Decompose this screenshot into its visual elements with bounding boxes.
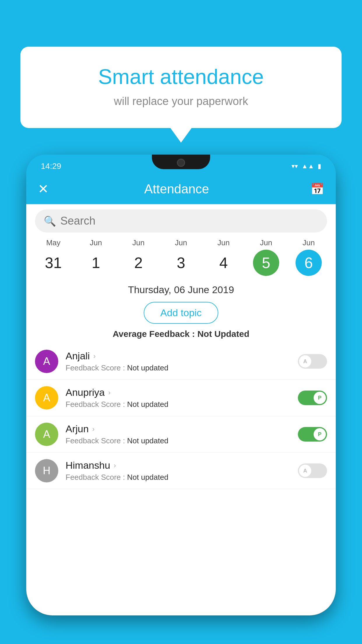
- student-feedback: Feedback Score : Not updated: [66, 363, 291, 372]
- student-item: AAnjali ›Feedback Score : Not updatedA: [26, 343, 336, 380]
- student-feedback: Feedback Score : Not updated: [66, 436, 291, 445]
- status-time: 14:29: [41, 162, 61, 171]
- date-day[interactable]: 31: [40, 250, 66, 276]
- date-month: Jun: [160, 238, 202, 247]
- speech-bubble: Smart attendance will replace your paper…: [20, 47, 342, 128]
- toggle-container[interactable]: P: [298, 427, 327, 442]
- phone-container: 14:29 ▾▾ ▲▲ ▮ ✕ Attendance 📅 🔍: [26, 155, 336, 644]
- student-avatar: H: [35, 459, 58, 482]
- date-col[interactable]: Jun6: [287, 238, 330, 276]
- search-container[interactable]: 🔍: [35, 209, 327, 232]
- selected-date-text: Thursday, 06 June 2019: [26, 284, 336, 295]
- chevron-icon: ›: [93, 352, 96, 360]
- toggle-knob: P: [314, 392, 326, 404]
- student-avatar: A: [35, 386, 58, 410]
- date-day[interactable]: 2: [125, 250, 152, 276]
- chevron-icon: ›: [92, 425, 94, 433]
- search-input[interactable]: [60, 215, 318, 227]
- app-bar-title: Attendance: [43, 182, 310, 196]
- date-col[interactable]: Jun3: [160, 238, 202, 276]
- signal-icon: ▲▲: [301, 162, 314, 170]
- toggle-knob: A: [299, 355, 311, 368]
- feedback-value: Not updated: [127, 400, 168, 409]
- calendar-icon[interactable]: 📅: [310, 183, 324, 195]
- feedback-value: Not updated: [127, 436, 168, 445]
- date-day[interactable]: 6: [296, 250, 322, 276]
- student-list: AAnjali ›Feedback Score : Not updatedAAA…: [26, 343, 336, 489]
- feedback-value: Not updated: [127, 363, 168, 372]
- date-month: May: [32, 238, 75, 247]
- date-month: Jun: [117, 238, 160, 247]
- speech-bubble-container: Smart attendance will replace your paper…: [20, 47, 342, 128]
- date-month: Jun: [75, 238, 117, 247]
- attendance-toggle[interactable]: P: [298, 427, 327, 442]
- phone-notch: [152, 155, 210, 169]
- student-info: Arjun ›Feedback Score : Not updated: [66, 423, 291, 445]
- toggle-knob: P: [314, 428, 326, 440]
- student-name[interactable]: Anupriya ›: [66, 387, 291, 398]
- attendance-toggle[interactable]: A: [298, 463, 327, 478]
- phone-camera: [177, 159, 185, 167]
- feedback-value: Not updated: [127, 473, 168, 482]
- student-name[interactable]: Anjali ›: [66, 350, 291, 362]
- avg-feedback: Average Feedback : Not Updated: [26, 329, 336, 339]
- date-col[interactable]: Jun4: [202, 238, 245, 276]
- attendance-toggle[interactable]: P: [298, 391, 327, 405]
- date-month: Jun: [287, 238, 330, 247]
- student-info: Anupriya ›Feedback Score : Not updated: [66, 387, 291, 409]
- date-picker: May31Jun1Jun2Jun3Jun4Jun5Jun6: [26, 232, 336, 276]
- date-day[interactable]: 5: [253, 250, 279, 276]
- app-bar: ✕ Attendance 📅: [26, 174, 336, 204]
- status-icons: ▾▾ ▲▲ ▮: [291, 162, 321, 170]
- student-item: AArjun ›Feedback Score : Not updatedP: [26, 416, 336, 453]
- avg-feedback-value: Not Updated: [197, 329, 249, 339]
- toggle-container[interactable]: A: [298, 463, 327, 478]
- date-day[interactable]: 1: [83, 250, 109, 276]
- student-info: Anjali ›Feedback Score : Not updated: [66, 350, 291, 372]
- attendance-toggle[interactable]: A: [298, 354, 327, 369]
- student-item: AAnupriya ›Feedback Score : Not updatedP: [26, 380, 336, 416]
- date-day[interactable]: 3: [168, 250, 194, 276]
- toggle-knob: A: [299, 465, 311, 477]
- student-name[interactable]: Arjun ›: [66, 423, 291, 435]
- date-day[interactable]: 4: [210, 250, 237, 276]
- search-icon: 🔍: [44, 215, 56, 227]
- student-item: HHimanshu ›Feedback Score : Not updatedA: [26, 453, 336, 489]
- wifi-icon: ▾▾: [291, 162, 298, 170]
- student-avatar: A: [35, 423, 58, 446]
- avg-feedback-label: Average Feedback :: [113, 329, 195, 339]
- chevron-icon: ›: [114, 461, 116, 470]
- date-month: Jun: [245, 238, 287, 247]
- date-month: Jun: [202, 238, 245, 247]
- phone-frame: 14:29 ▾▾ ▲▲ ▮ ✕ Attendance 📅 🔍: [26, 155, 336, 615]
- student-name[interactable]: Himanshu ›: [66, 460, 291, 471]
- speech-bubble-title: Smart attendance: [44, 64, 318, 89]
- student-info: Himanshu ›Feedback Score : Not updated: [66, 460, 291, 482]
- chevron-icon: ›: [108, 388, 110, 397]
- app-screen: ✕ Attendance 📅 🔍 May31Jun1Jun2Jun3Jun4Ju…: [26, 174, 336, 615]
- date-col[interactable]: Jun5: [245, 238, 287, 276]
- toggle-container[interactable]: P: [298, 391, 327, 405]
- student-feedback: Feedback Score : Not updated: [66, 473, 291, 482]
- student-feedback: Feedback Score : Not updated: [66, 400, 291, 409]
- add-topic-button[interactable]: Add topic: [144, 302, 218, 324]
- date-col[interactable]: Jun1: [75, 238, 117, 276]
- date-col[interactable]: May31: [32, 238, 75, 276]
- battery-icon: ▮: [318, 162, 321, 170]
- student-avatar: A: [35, 350, 58, 373]
- speech-bubble-subtitle: will replace your paperwork: [44, 95, 318, 108]
- date-col[interactable]: Jun2: [117, 238, 160, 276]
- toggle-container[interactable]: A: [298, 354, 327, 369]
